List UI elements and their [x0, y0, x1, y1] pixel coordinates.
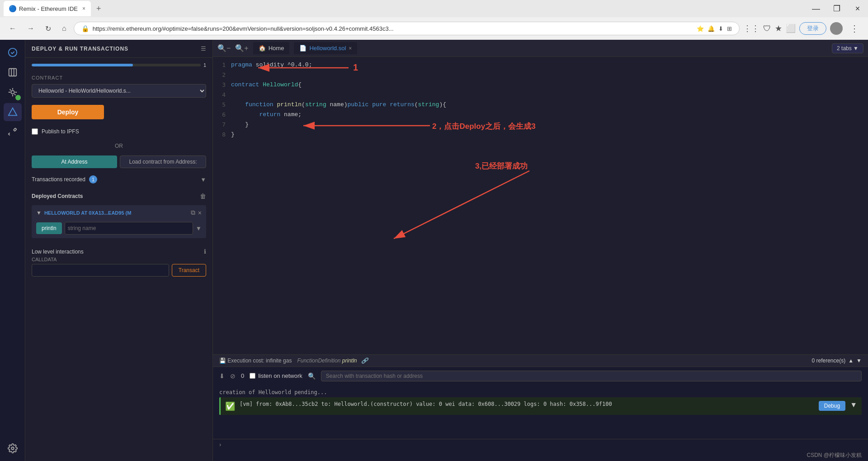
function-definition: FunctionDefinition println 🔗 — [297, 358, 368, 364]
code-line-4: 4 — [213, 91, 868, 101]
browser-toolbar: ⋮⋮ 🛡 ★ ⬜ 登录 ⋮ — [743, 21, 863, 36]
tab-favicon: 🔵 — [9, 5, 16, 12]
log-vm-text: [vm] from: 0xAb8...35cb2 to: Helloworld.… — [240, 401, 814, 407]
url-text: https://remix.ethereum.org/#optimize=fal… — [93, 25, 693, 32]
function-button[interactable]: println — [36, 222, 62, 234]
panel-menu-icon[interactable]: ☰ — [201, 45, 206, 52]
low-level-section: Low level interactions ℹ CALLDATA Transa… — [32, 248, 206, 277]
deployed-contract-header[interactable]: ▼ HELLOWORLD AT 0XA13...EAD95 (M ⧉ × — [32, 205, 206, 220]
panel-header: DEPLOY & RUN TRANSACTIONS ☰ — [25, 40, 212, 58]
address-bar[interactable]: 🔒 https://remix.ethereum.org/#optimize=f… — [74, 22, 740, 35]
sidebar-icon-plugins[interactable] — [4, 83, 22, 101]
zoom-out-button[interactable]: 🔍− — [217, 44, 231, 52]
sidebar-icon-files[interactable] — [4, 63, 22, 81]
status-bar: 💾 Execution cost: infinite gas FunctionD… — [213, 354, 868, 367]
tab-file-close[interactable]: × — [349, 45, 352, 52]
slider-number: 1 — [203, 62, 206, 68]
slider-bar[interactable] — [32, 64, 201, 66]
svg-rect-1 — [9, 69, 16, 76]
zoom-in-button[interactable]: 🔍+ — [235, 44, 248, 52]
panel-body: 1 CONTRACT Helloworld - HelloWorld/Hello… — [25, 58, 212, 281]
deploy-button[interactable]: Deploy — [32, 105, 104, 119]
sidebar-icon-home[interactable] — [4, 43, 22, 61]
active-tab[interactable]: 🔵 Remix - Ethereum IDE × — [4, 1, 91, 16]
delete-contract-button[interactable]: × — [198, 209, 202, 216]
restore-button[interactable]: ❐ — [826, 0, 847, 17]
code-editor: 1 pragma solidity ^0.4.0; 2 3 contract H… — [213, 57, 868, 210]
contract-select[interactable]: Helloworld - HelloWorld/Helloworld.s... — [32, 84, 206, 98]
home-icon: 🏠 — [259, 45, 266, 52]
back-button[interactable]: ← — [5, 23, 20, 34]
login-button[interactable]: 登录 — [799, 22, 826, 35]
expand-log-button[interactable]: ▼ — [850, 401, 857, 409]
code-line-2: 2 — [213, 71, 868, 81]
svg-point-0 — [8, 48, 16, 56]
or-divider: OR — [32, 143, 206, 149]
low-level-header: Low level interactions ℹ — [32, 248, 206, 255]
plugin-badge — [15, 95, 21, 100]
function-row: println ▼ — [32, 220, 206, 238]
home-button[interactable]: ⌂ — [58, 23, 70, 34]
watermark: CSDN @柠檬味小发糕 — [213, 450, 868, 461]
deployed-header: Deployed Contracts 🗑 — [32, 193, 206, 200]
terminal-arrow-row: › — [213, 439, 868, 450]
transactions-chevron: ▼ — [200, 176, 206, 183]
contract-chevron-icon: ▼ — [36, 210, 42, 216]
copy-address-button[interactable]: ⧉ — [191, 209, 195, 216]
terminal-expand-icon[interactable]: › — [219, 441, 221, 448]
sidebar-icon-settings[interactable] — [4, 439, 22, 457]
success-icon: ✅ — [225, 401, 235, 411]
function-input[interactable] — [65, 222, 193, 235]
contract-item-name: HELLOWORLD AT 0XA13...EAD95 (M — [44, 210, 188, 216]
forward-button[interactable]: → — [24, 23, 38, 34]
panel-title: DEPLOY & RUN TRANSACTIONS — [32, 46, 128, 52]
execution-cost: 💾 Execution cost: infinite gas — [219, 358, 292, 364]
close-button[interactable]: × — [847, 0, 868, 17]
code-line-1: 1 pragma solidity ^0.4.0; — [213, 61, 868, 71]
info-icon[interactable]: ℹ — [204, 248, 206, 255]
user-avatar[interactable] — [830, 22, 843, 35]
tab-helloworld[interactable]: 📄 Helloworld.sol × — [294, 42, 357, 54]
address-bar-icons: ⭐🔔⬇⊞ — [697, 25, 732, 32]
search-icon[interactable]: 🔍 — [308, 372, 316, 380]
minimize-button[interactable]: — — [806, 0, 826, 17]
listen-checkbox[interactable] — [250, 373, 255, 379]
terminal-count: 0 — [241, 372, 244, 379]
transactions-row[interactable]: Transactions recorded 1 ▼ — [32, 175, 206, 183]
load-contract-button[interactable]: Load contract from Address: — [120, 155, 206, 168]
refresh-button[interactable]: ↻ — [42, 23, 55, 35]
transact-button[interactable]: Transact — [172, 264, 206, 277]
editor-toolbar: 🔍− 🔍+ 🏠 Home 📄 Helloworld.sol × 2 tabs ▼ — [213, 40, 868, 57]
at-address-button[interactable]: At Address — [32, 155, 117, 168]
contract-actions: ⧉ × — [191, 209, 202, 216]
function-expand-button[interactable]: ▼ — [196, 225, 202, 232]
slider-area: 1 — [32, 62, 206, 68]
main-area: 🔍− 🔍+ 🏠 Home 📄 Helloworld.sol × 2 tabs ▼… — [213, 40, 868, 461]
log-success-row: ✅ [vm] from: 0xAb8...35cb2 to: Helloworl… — [219, 397, 862, 415]
publish-ipfs-row: Publish to IPFS — [32, 128, 206, 135]
terminal-down-btn[interactable]: ⬇ — [219, 372, 225, 380]
two-tabs-button[interactable]: 2 tabs ▼ — [832, 43, 863, 53]
calldata-input[interactable] — [32, 264, 169, 277]
listen-network-row: listen on network — [250, 372, 302, 379]
tab-close-btn[interactable]: × — [82, 5, 85, 12]
svg-point-4 — [11, 90, 14, 94]
sidebar-icon-debug[interactable] — [4, 123, 22, 141]
tab-title: Remix - Ethereum IDE — [19, 5, 78, 12]
deployed-contract-item: ▼ HELLOWORLD AT 0XA13...EAD95 (M ⧉ × pri… — [32, 205, 206, 238]
code-line-3: 3 contract Helloworld{ — [213, 81, 868, 91]
search-input[interactable] — [321, 371, 862, 381]
publish-ipfs-checkbox[interactable] — [32, 128, 38, 135]
terminal-stop-btn[interactable]: ⊘ — [230, 372, 236, 380]
browser-menu-button[interactable]: ⋮ — [846, 21, 863, 36]
debug-button[interactable]: Debug — [819, 401, 845, 411]
sidebar-icon-deploy[interactable] — [4, 103, 22, 121]
low-level-label: Low level interactions — [32, 249, 84, 255]
new-tab-button[interactable]: + — [93, 4, 105, 14]
file-icon: 📄 — [299, 45, 307, 52]
code-line-5: 5 function println(string name)public pu… — [213, 101, 868, 111]
contract-section-label: CONTRACT — [32, 75, 206, 80]
code-line-7: 7 } — [213, 121, 868, 131]
tab-home[interactable]: 🏠 Home — [253, 42, 290, 54]
trash-icon[interactable]: 🗑 — [200, 193, 206, 200]
